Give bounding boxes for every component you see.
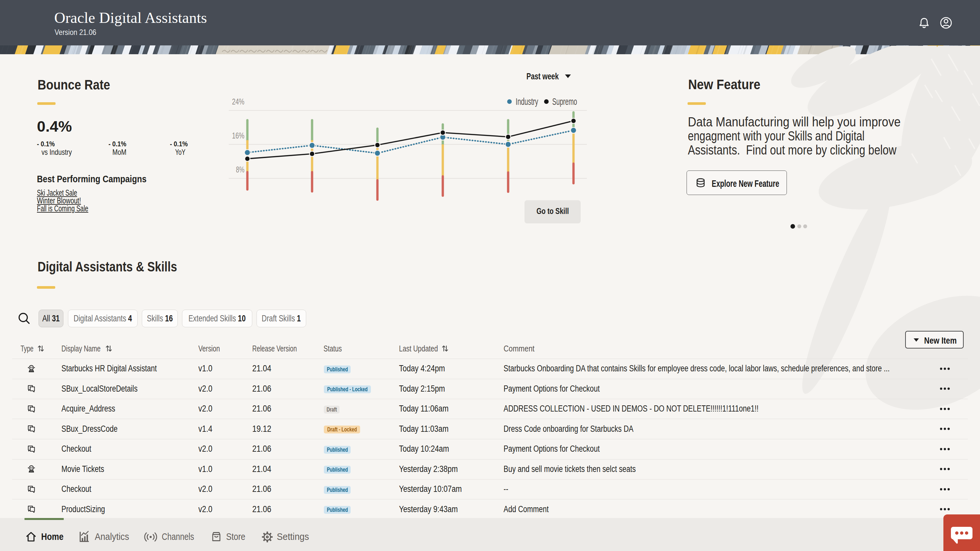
svg-text:24%: 24% [232, 97, 244, 106]
svg-text:8%: 8% [236, 165, 244, 175]
svg-text:Industry: Industry [515, 96, 538, 107]
svg-text:Supremo: Supremo [552, 96, 577, 107]
svg-text:16%: 16% [232, 131, 244, 140]
